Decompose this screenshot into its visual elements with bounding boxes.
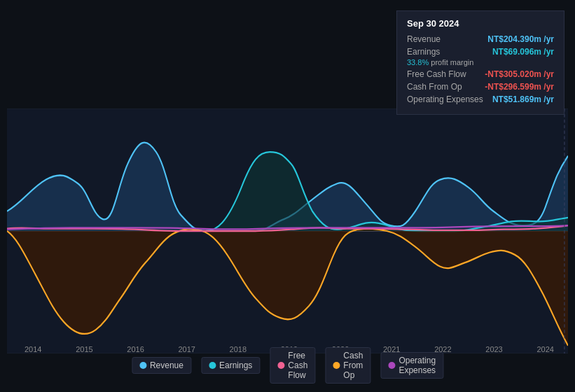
earnings-label: Earnings (407, 47, 440, 57)
legend-label-fcf: Free Cash Flow (288, 351, 307, 380)
revenue-label: Revenue (407, 34, 441, 44)
opex-value: NT$51.869m /yr (492, 94, 554, 104)
legend-label-opex: Operating Expenses (399, 356, 436, 375)
tooltip-row-earnings: Earnings NT$69.096m /yr (407, 47, 554, 57)
legend-label-earnings: Earnings (219, 360, 252, 370)
fcf-label: Free Cash Flow (407, 69, 466, 79)
opex-dot (388, 362, 395, 369)
legend-item-earnings[interactable]: Earnings (201, 357, 260, 374)
profit-margin: 33.8% profit margin (407, 58, 554, 66)
legend-label-revenue: Revenue (150, 360, 183, 370)
legend-item-cashop[interactable]: Cash From Op (325, 347, 370, 384)
tooltip-row-fcf: Free Cash Flow -NT$305.020m /yr (407, 69, 554, 79)
x-label-2015: 2015 (76, 345, 92, 354)
earnings-dot (209, 362, 216, 369)
tooltip-row-revenue: Revenue NT$204.390m /yr (407, 34, 554, 44)
tooltip-date: Sep 30 2024 (407, 18, 554, 29)
legend-item-opex[interactable]: Operating Expenses (380, 352, 443, 379)
revenue-value: NT$204.390m /yr (487, 34, 554, 44)
chart-svg (7, 108, 568, 354)
fcf-dot (277, 362, 284, 369)
x-label-2023: 2023 (485, 345, 502, 354)
x-label-2024: 2024 (536, 345, 553, 354)
opex-label: Operating Expenses (407, 94, 483, 104)
cashop-dot (333, 362, 340, 369)
cashop-label: Cash From Op (407, 82, 462, 92)
earnings-value: NT$69.096m /yr (492, 47, 554, 57)
chart-area (0, 108, 575, 354)
tooltip-row-cashop: Cash From Op -NT$296.599m /yr (407, 82, 554, 92)
cashop-value: -NT$296.599m /yr (485, 82, 554, 92)
legend-item-revenue[interactable]: Revenue (132, 357, 191, 374)
legend-item-fcf[interactable]: Free Cash Flow (270, 347, 315, 384)
tooltip-row-opex: Operating Expenses NT$51.869m /yr (407, 94, 554, 104)
chart-legend: Revenue Earnings Free Cash Flow Cash Fro… (132, 347, 443, 384)
revenue-dot (139, 362, 146, 369)
x-label-2014: 2014 (25, 345, 41, 354)
legend-label-cashop: Cash From Op (343, 351, 363, 380)
fcf-value: -NT$305.020m /yr (485, 69, 554, 79)
tooltip-card: Sep 30 2024 Revenue NT$204.390m /yr Earn… (396, 10, 564, 115)
